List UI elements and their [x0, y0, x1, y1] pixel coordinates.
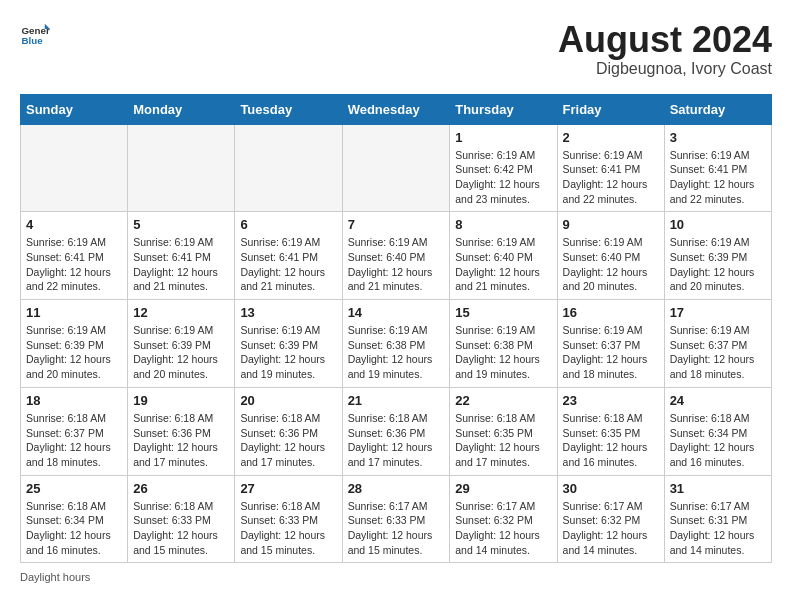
page-subtitle: Digbeugnoa, Ivory Coast [558, 60, 772, 78]
calendar-cell: 21Sunrise: 6:18 AM Sunset: 6:36 PM Dayli… [342, 387, 450, 475]
calendar-cell: 31Sunrise: 6:17 AM Sunset: 6:31 PM Dayli… [664, 475, 771, 563]
day-number: 12 [133, 305, 229, 320]
day-number: 1 [455, 130, 551, 145]
calendar-cell [342, 124, 450, 212]
day-number: 18 [26, 393, 122, 408]
weekday-header-sunday: Sunday [21, 94, 128, 124]
calendar-cell: 10Sunrise: 6:19 AM Sunset: 6:39 PM Dayli… [664, 212, 771, 300]
day-number: 14 [348, 305, 445, 320]
day-number: 21 [348, 393, 445, 408]
svg-text:Blue: Blue [22, 35, 44, 46]
day-detail: Sunrise: 6:18 AM Sunset: 6:37 PM Dayligh… [26, 411, 122, 470]
calendar-cell: 16Sunrise: 6:19 AM Sunset: 6:37 PM Dayli… [557, 300, 664, 388]
calendar-cell: 15Sunrise: 6:19 AM Sunset: 6:38 PM Dayli… [450, 300, 557, 388]
calendar-cell: 19Sunrise: 6:18 AM Sunset: 6:36 PM Dayli… [128, 387, 235, 475]
day-number: 19 [133, 393, 229, 408]
day-number: 2 [563, 130, 659, 145]
day-number: 5 [133, 217, 229, 232]
day-number: 7 [348, 217, 445, 232]
day-detail: Sunrise: 6:18 AM Sunset: 6:34 PM Dayligh… [26, 499, 122, 558]
calendar-cell: 24Sunrise: 6:18 AM Sunset: 6:34 PM Dayli… [664, 387, 771, 475]
calendar-cell: 20Sunrise: 6:18 AM Sunset: 6:36 PM Dayli… [235, 387, 342, 475]
calendar-table: SundayMondayTuesdayWednesdayThursdayFrid… [20, 94, 772, 564]
week-row-4: 18Sunrise: 6:18 AM Sunset: 6:37 PM Dayli… [21, 387, 772, 475]
day-number: 13 [240, 305, 336, 320]
day-number: 16 [563, 305, 659, 320]
calendar-cell: 17Sunrise: 6:19 AM Sunset: 6:37 PM Dayli… [664, 300, 771, 388]
day-detail: Sunrise: 6:19 AM Sunset: 6:41 PM Dayligh… [563, 148, 659, 207]
day-detail: Sunrise: 6:18 AM Sunset: 6:36 PM Dayligh… [348, 411, 445, 470]
day-number: 6 [240, 217, 336, 232]
calendar-cell: 9Sunrise: 6:19 AM Sunset: 6:40 PM Daylig… [557, 212, 664, 300]
day-number: 24 [670, 393, 766, 408]
day-detail: Sunrise: 6:19 AM Sunset: 6:38 PM Dayligh… [348, 323, 445, 382]
logo-icon: General Blue [20, 20, 50, 50]
week-row-1: 1Sunrise: 6:19 AM Sunset: 6:42 PM Daylig… [21, 124, 772, 212]
day-detail: Sunrise: 6:19 AM Sunset: 6:39 PM Dayligh… [240, 323, 336, 382]
calendar-cell: 11Sunrise: 6:19 AM Sunset: 6:39 PM Dayli… [21, 300, 128, 388]
weekday-header-row: SundayMondayTuesdayWednesdayThursdayFrid… [21, 94, 772, 124]
weekday-header-saturday: Saturday [664, 94, 771, 124]
footer-note: Daylight hours [20, 571, 772, 583]
calendar-cell: 8Sunrise: 6:19 AM Sunset: 6:40 PM Daylig… [450, 212, 557, 300]
weekday-header-friday: Friday [557, 94, 664, 124]
day-number: 25 [26, 481, 122, 496]
day-detail: Sunrise: 6:19 AM Sunset: 6:37 PM Dayligh… [563, 323, 659, 382]
day-detail: Sunrise: 6:17 AM Sunset: 6:31 PM Dayligh… [670, 499, 766, 558]
day-number: 3 [670, 130, 766, 145]
day-number: 9 [563, 217, 659, 232]
calendar-cell: 14Sunrise: 6:19 AM Sunset: 6:38 PM Dayli… [342, 300, 450, 388]
day-number: 10 [670, 217, 766, 232]
day-detail: Sunrise: 6:17 AM Sunset: 6:33 PM Dayligh… [348, 499, 445, 558]
day-number: 29 [455, 481, 551, 496]
day-number: 23 [563, 393, 659, 408]
day-detail: Sunrise: 6:19 AM Sunset: 6:39 PM Dayligh… [133, 323, 229, 382]
calendar-cell: 18Sunrise: 6:18 AM Sunset: 6:37 PM Dayli… [21, 387, 128, 475]
calendar-header: SundayMondayTuesdayWednesdayThursdayFrid… [21, 94, 772, 124]
day-detail: Sunrise: 6:18 AM Sunset: 6:36 PM Dayligh… [240, 411, 336, 470]
day-number: 30 [563, 481, 659, 496]
day-detail: Sunrise: 6:18 AM Sunset: 6:33 PM Dayligh… [133, 499, 229, 558]
day-detail: Sunrise: 6:19 AM Sunset: 6:40 PM Dayligh… [348, 235, 445, 294]
day-detail: Sunrise: 6:19 AM Sunset: 6:38 PM Dayligh… [455, 323, 551, 382]
calendar-cell: 5Sunrise: 6:19 AM Sunset: 6:41 PM Daylig… [128, 212, 235, 300]
calendar-body: 1Sunrise: 6:19 AM Sunset: 6:42 PM Daylig… [21, 124, 772, 563]
week-row-2: 4Sunrise: 6:19 AM Sunset: 6:41 PM Daylig… [21, 212, 772, 300]
calendar-cell: 29Sunrise: 6:17 AM Sunset: 6:32 PM Dayli… [450, 475, 557, 563]
day-detail: Sunrise: 6:19 AM Sunset: 6:40 PM Dayligh… [455, 235, 551, 294]
footer-text: Daylight hours [20, 571, 90, 583]
day-number: 26 [133, 481, 229, 496]
day-detail: Sunrise: 6:19 AM Sunset: 6:41 PM Dayligh… [240, 235, 336, 294]
day-number: 20 [240, 393, 336, 408]
calendar-cell: 7Sunrise: 6:19 AM Sunset: 6:40 PM Daylig… [342, 212, 450, 300]
calendar-cell [235, 124, 342, 212]
calendar-cell: 2Sunrise: 6:19 AM Sunset: 6:41 PM Daylig… [557, 124, 664, 212]
calendar-cell [128, 124, 235, 212]
day-detail: Sunrise: 6:19 AM Sunset: 6:41 PM Dayligh… [670, 148, 766, 207]
day-detail: Sunrise: 6:19 AM Sunset: 6:39 PM Dayligh… [26, 323, 122, 382]
logo: General Blue [20, 20, 50, 50]
calendar-cell: 26Sunrise: 6:18 AM Sunset: 6:33 PM Dayli… [128, 475, 235, 563]
day-detail: Sunrise: 6:18 AM Sunset: 6:35 PM Dayligh… [563, 411, 659, 470]
day-detail: Sunrise: 6:19 AM Sunset: 6:41 PM Dayligh… [26, 235, 122, 294]
calendar-cell: 25Sunrise: 6:18 AM Sunset: 6:34 PM Dayli… [21, 475, 128, 563]
day-detail: Sunrise: 6:19 AM Sunset: 6:39 PM Dayligh… [670, 235, 766, 294]
day-number: 8 [455, 217, 551, 232]
page-title: August 2024 [558, 20, 772, 60]
day-number: 17 [670, 305, 766, 320]
weekday-header-thursday: Thursday [450, 94, 557, 124]
calendar-cell: 12Sunrise: 6:19 AM Sunset: 6:39 PM Dayli… [128, 300, 235, 388]
day-detail: Sunrise: 6:17 AM Sunset: 6:32 PM Dayligh… [455, 499, 551, 558]
header: General Blue August 2024 Digbeugnoa, Ivo… [20, 20, 772, 78]
calendar-cell: 13Sunrise: 6:19 AM Sunset: 6:39 PM Dayli… [235, 300, 342, 388]
day-number: 28 [348, 481, 445, 496]
day-detail: Sunrise: 6:18 AM Sunset: 6:33 PM Dayligh… [240, 499, 336, 558]
calendar-cell: 3Sunrise: 6:19 AM Sunset: 6:41 PM Daylig… [664, 124, 771, 212]
day-detail: Sunrise: 6:18 AM Sunset: 6:35 PM Dayligh… [455, 411, 551, 470]
week-row-5: 25Sunrise: 6:18 AM Sunset: 6:34 PM Dayli… [21, 475, 772, 563]
weekday-header-monday: Monday [128, 94, 235, 124]
calendar-cell: 30Sunrise: 6:17 AM Sunset: 6:32 PM Dayli… [557, 475, 664, 563]
calendar-cell [21, 124, 128, 212]
day-number: 4 [26, 217, 122, 232]
day-number: 15 [455, 305, 551, 320]
